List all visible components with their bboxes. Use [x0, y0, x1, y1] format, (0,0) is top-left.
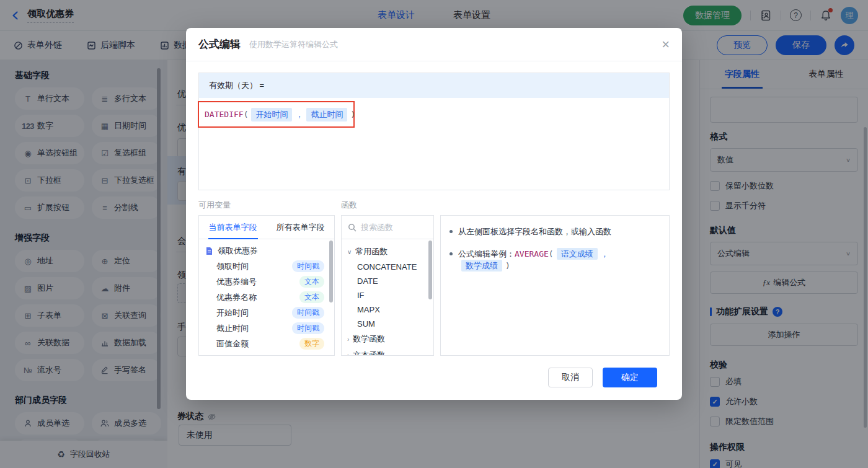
- functions-label: 函数: [341, 200, 357, 211]
- comma: ，: [601, 249, 609, 258]
- variables-scrollbar[interactable]: [329, 241, 333, 302]
- function-name: DATEDIFF: [205, 110, 244, 119]
- bullet: [450, 230, 453, 233]
- function-item-date[interactable]: DATE: [342, 274, 433, 288]
- form-doc-icon: [205, 247, 213, 255]
- variables-panel: 当前表单字段 所有表单字段 领取优惠券 领取时间时间戳 优惠券编号文本 优惠券名…: [198, 215, 335, 356]
- formula-editor-modal: 公式编辑 使用数学运算符编辑公式 × 有效期（天） = DATEDIFF(开始时…: [186, 28, 682, 400]
- field-chip-start-time[interactable]: 开始时间: [251, 108, 292, 121]
- panel-labels: 可用变量 函数: [198, 200, 670, 211]
- formula-annotation-box: DATEDIFF(开始时间，截止时间): [198, 101, 355, 128]
- close-icon[interactable]: ×: [662, 38, 670, 51]
- variables-tabs: 当前表单字段 所有表单字段: [199, 216, 334, 239]
- example-function-name: AVERAGE: [515, 249, 549, 258]
- variables-label: 可用变量: [198, 200, 341, 211]
- paren: ): [350, 110, 355, 119]
- example-row: 公式编辑举例：AVERAGE(语文成绩，数学成绩): [450, 248, 660, 272]
- example-chip: 数学成绩: [461, 260, 502, 272]
- variable-row[interactable]: 领取时间时间戳: [199, 258, 334, 274]
- function-search-input[interactable]: 搜索函数: [342, 216, 433, 239]
- comma: ，: [295, 109, 303, 120]
- form-designer-page: 领取优惠券 表单设计 表单设置 数据管理 ? 理 表单外链: [0, 0, 868, 468]
- chevron-right-icon: ›: [347, 352, 349, 356]
- function-tree: ∨ 常用函数 CONCATENATE DATE IF MAPX SUM › 数学…: [342, 239, 433, 356]
- chevron-right-icon: ›: [347, 336, 349, 343]
- variable-row[interactable]: 优惠券编号文本: [199, 274, 334, 289]
- variable-row[interactable]: 开始时间时间戳: [199, 305, 334, 320]
- formula-target: 有效期（天） =: [199, 73, 669, 98]
- group-common-functions[interactable]: ∨ 常用函数: [342, 244, 433, 260]
- modal-title: 公式编辑: [198, 37, 241, 51]
- confirm-button[interactable]: 确定: [603, 368, 657, 387]
- variable-row[interactable]: 截止时间时间戳: [199, 320, 334, 336]
- type-badge: 时间戳: [292, 322, 324, 334]
- form-node[interactable]: 领取优惠券: [199, 244, 334, 258]
- modal-header: 公式编辑 使用数学运算符编辑公式 ×: [186, 28, 682, 61]
- paren: (: [549, 249, 554, 258]
- tip-row: 从左侧面板选择字段名和函数，或输入函数: [450, 226, 660, 237]
- type-badge: 文本: [299, 276, 324, 288]
- panels-row: 当前表单字段 所有表单字段 领取优惠券 领取时间时间戳 优惠券编号文本 优惠券名…: [198, 215, 670, 356]
- formula-editor-box: 有效期（天） = DATEDIFF(开始时间，截止时间): [198, 73, 670, 190]
- formula-input-area[interactable]: DATEDIFF(开始时间，截止时间): [199, 98, 669, 190]
- variable-row[interactable]: 面值金额数字: [199, 336, 334, 351]
- variable-row[interactable]: 优惠券名称文本: [199, 289, 334, 305]
- search-placeholder: 搜索函数: [361, 222, 393, 233]
- cancel-button[interactable]: 取消: [548, 368, 593, 387]
- modal-body: 有效期（天） = DATEDIFF(开始时间，截止时间) 可用变量 函数 当前表…: [186, 61, 682, 387]
- bullet: [450, 252, 453, 255]
- chevron-down-icon: ∨: [347, 249, 352, 255]
- tab-current-form-fields[interactable]: 当前表单字段: [199, 216, 267, 239]
- paren: ): [505, 261, 510, 270]
- function-item-mapx[interactable]: MAPX: [342, 302, 433, 317]
- group-math-functions[interactable]: › 数学函数: [342, 331, 433, 347]
- search-icon: [348, 223, 356, 232]
- field-chip-end-time[interactable]: 截止时间: [306, 108, 347, 121]
- example-chip: 语文成绩: [557, 248, 598, 260]
- functions-panel: 搜索函数 ∨ 常用函数 CONCATENATE DATE IF MAPX SUM: [341, 215, 434, 356]
- type-badge: 数字: [299, 338, 324, 350]
- formula-help-panel: 从左侧面板选择字段名和函数，或输入函数 公式编辑举例：AVERAGE(语文成绩，…: [440, 215, 670, 356]
- modal-footer: 取消 确定: [198, 356, 670, 387]
- group-text-functions[interactable]: › 文本函数: [342, 347, 433, 356]
- type-badge: 时间戳: [292, 260, 324, 272]
- type-badge: 文本: [299, 291, 324, 303]
- variables-list: 领取优惠券 领取时间时间戳 优惠券编号文本 优惠券名称文本 开始时间时间戳 截止…: [199, 239, 334, 356]
- functions-scrollbar[interactable]: [428, 241, 432, 299]
- function-item-sum[interactable]: SUM: [342, 317, 433, 331]
- type-badge: 时间戳: [292, 307, 324, 319]
- function-item-if[interactable]: IF: [342, 288, 433, 302]
- paren: (: [244, 110, 249, 119]
- tab-all-form-fields[interactable]: 所有表单字段: [267, 216, 334, 239]
- modal-subtitle: 使用数学运算符编辑公式: [249, 39, 338, 50]
- function-item-concatenate[interactable]: CONCATENATE: [342, 260, 433, 274]
